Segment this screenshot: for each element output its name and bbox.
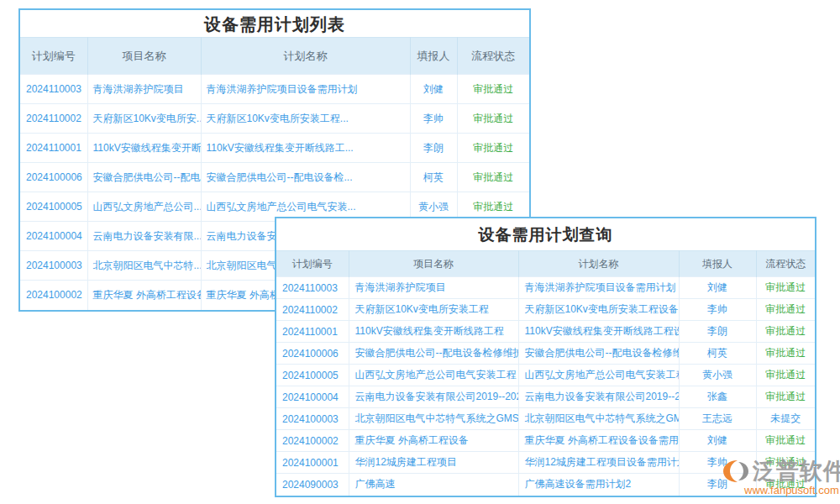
cell-plan-id[interactable]: 2024100001 [276, 452, 349, 474]
table-row[interactable]: 2024110001110kV安徽线程集变开断...110kV安徽线程集变开断线… [20, 134, 529, 163]
cell-plan-id[interactable]: 2024100005 [276, 365, 349, 386]
watermark-url: www.fanpusoft.com [721, 484, 840, 496]
cell-plan-id[interactable]: 2024110001 [20, 134, 87, 163]
table-row[interactable]: 2024110002天府新区10Kv变电所安...天府新区10Kv变电所安装工程… [20, 104, 529, 134]
cell-plan-name[interactable]: 安徽合肥供电公司--配电设备检... [201, 163, 410, 192]
cell-plan-id[interactable]: 2024090003 [276, 474, 349, 496]
cell-plan-id[interactable]: 2024110003 [276, 277, 349, 299]
cell-plan-id[interactable]: 2024100003 [20, 251, 87, 281]
table-row[interactable]: 2024100005山西弘文房地产总公司电气安装工程山西弘文房地产总公司电气安装… [276, 365, 815, 386]
page: 设备需用计划列表 计划编号项目名称计划名称填报人流程状态2024110003青海… [0, 0, 840, 504]
cell-project-name[interactable]: 安徽合肥供电公司--配电设备检修维护 [349, 343, 518, 365]
cell-status[interactable]: 审批通过 [756, 430, 815, 452]
cell-project-name[interactable]: 天府新区10Kv变电所安... [87, 104, 201, 134]
cell-status[interactable]: 审批通过 [756, 343, 815, 365]
cell-plan-id[interactable]: 2024100006 [20, 163, 87, 192]
column-header-3: 填报人 [410, 38, 457, 75]
table-row[interactable]: 2024110003青海洪湖养护院项目青海洪湖养护院项目设备需用计划刘健审批通过 [276, 277, 815, 299]
cell-project-name[interactable]: 重庆华夏 外高桥工程设备 [349, 430, 518, 452]
cell-plan-id[interactable]: 2024110003 [20, 75, 87, 104]
cell-plan-name[interactable]: 广佛高速设备需用计划2 [518, 474, 679, 496]
column-header-4: 流程状态 [756, 251, 815, 277]
cell-project-name[interactable]: 华润12城房建工程项目 [349, 452, 518, 474]
cell-status[interactable]: 审批通过 [756, 277, 815, 299]
cell-project-name[interactable]: 北京朝阳区电气中芯特... [87, 251, 201, 281]
watermark-brand: 泛普软件 [753, 456, 840, 486]
cell-plan-id[interactable]: 2024100002 [20, 281, 87, 310]
cell-plan-name[interactable]: 青海洪湖养护院项目设备需用计划 [201, 75, 410, 104]
cell-reporter: 黄小强 [679, 365, 756, 386]
cell-project-name[interactable]: 云南电力设备安装有限... [87, 222, 201, 251]
cell-project-name[interactable]: 110kV安徽线程集变开断... [87, 134, 201, 163]
cell-reporter: 刘健 [679, 430, 756, 452]
table-row[interactable]: 2024100003北京朝阳区电气中芯特气系统之GMS北京朝阳区电气中芯特气系统… [276, 408, 815, 430]
cell-plan-name[interactable]: 天府新区10Kv变电所安装工程... [201, 104, 410, 134]
header-row: 计划编号项目名称计划名称填报人流程状态 [276, 251, 815, 277]
cell-project-name[interactable]: 天府新区10Kv变电所安装工程 [349, 299, 518, 321]
column-header-1: 项目名称 [87, 38, 201, 75]
plan-query-window: 设备需用计划查询 计划编号项目名称计划名称填报人流程状态2024110003青海… [275, 217, 816, 497]
cell-status[interactable]: 审批通过 [756, 365, 815, 386]
cell-plan-id[interactable]: 2024100003 [276, 408, 349, 430]
cell-project-name[interactable]: 青海洪湖养护院项目 [349, 277, 518, 299]
cell-plan-id[interactable]: 2024110001 [276, 321, 349, 343]
cell-reporter: 李朗 [679, 321, 756, 343]
cell-plan-name[interactable]: 华润12城房建工程项目设备需用计划2 [518, 452, 679, 474]
watermark: 泛普软件 www.fanpusoft.com [721, 456, 840, 496]
cell-plan-name[interactable]: 重庆华夏 外高桥工程设备设备需用计划 [518, 430, 679, 452]
cell-plan-name[interactable]: 天府新区10Kv变电所安装工程设备需用计划 [518, 299, 679, 321]
cell-plan-name[interactable]: 北京朝阳区电气中芯特气系统之GMS设备需用计划 [518, 408, 679, 430]
table-row[interactable]: 2024110001110kV安徽线程集变开断线路工程110kV安徽线程集变开断… [276, 321, 815, 343]
cell-status[interactable]: 审批通过 [457, 134, 529, 163]
cell-project-name[interactable]: 安徽合肥供电公司--配电... [87, 163, 201, 192]
cell-reporter: 李帅 [410, 104, 457, 134]
cell-plan-id[interactable]: 2024100005 [20, 192, 87, 222]
fanpu-logo-icon [721, 459, 751, 484]
column-header-4: 流程状态 [457, 38, 529, 75]
column-header-2: 计划名称 [518, 251, 679, 277]
cell-status[interactable]: 审批通过 [756, 299, 815, 321]
cell-reporter: 李朗 [410, 134, 457, 163]
cell-status[interactable]: 审批通过 [457, 104, 529, 134]
cell-plan-name[interactable]: 110kV安徽线程集变开断线路工程设备需用计划 [518, 321, 679, 343]
cell-reporter: 柯英 [410, 163, 457, 192]
cell-plan-id[interactable]: 2024100006 [276, 343, 349, 365]
cell-project-name[interactable]: 山西弘文房地产总公司电气安装工程 [349, 365, 518, 386]
table-row[interactable]: 2024110002天府新区10Kv变电所安装工程天府新区10Kv变电所安装工程… [276, 299, 815, 321]
table-row[interactable]: 2024100002重庆华夏 外高桥工程设备重庆华夏 外高桥工程设备设备需用计划… [276, 430, 815, 452]
cell-plan-id[interactable]: 2024100002 [276, 430, 349, 452]
table-row[interactable]: 2024100006安徽合肥供电公司--配电...安徽合肥供电公司--配电设备检… [20, 163, 529, 192]
cell-plan-name[interactable]: 山西弘文房地产总公司电气安装工程设备需用计划 [518, 365, 679, 386]
cell-project-name[interactable]: 北京朝阳区电气中芯特气系统之GMS [349, 408, 518, 430]
cell-status[interactable]: 审批通过 [457, 75, 529, 104]
cell-plan-id[interactable]: 2024110002 [20, 104, 87, 134]
cell-plan-name[interactable]: 110kV安徽线程集变开断线路工... [201, 134, 410, 163]
cell-project-name[interactable]: 云南电力设备安装有限公司2019--2024 [349, 386, 518, 408]
cell-plan-id[interactable]: 2024100004 [20, 222, 87, 251]
cell-plan-name[interactable]: 安徽合肥供电公司--配电设备检修维护设备需用计划 [518, 343, 679, 365]
cell-plan-id[interactable]: 2024100004 [276, 386, 349, 408]
table-row[interactable]: 2024100006安徽合肥供电公司--配电设备检修维护安徽合肥供电公司--配电… [276, 343, 815, 365]
cell-plan-name[interactable]: 云南电力设备安装有限公司2019--2024设备需用计划 [518, 386, 679, 408]
cell-status[interactable]: 审批通过 [756, 321, 815, 343]
header-row: 计划编号项目名称计划名称填报人流程状态 [20, 38, 529, 75]
cell-plan-name[interactable]: 青海洪湖养护院项目设备需用计划 [518, 277, 679, 299]
table-row[interactable]: 2024100004云南电力设备安装有限公司2019--2024云南电力设备安装… [276, 386, 815, 408]
cell-project-name[interactable]: 110kV安徽线程集变开断线路工程 [349, 321, 518, 343]
cell-status[interactable]: 审批通过 [756, 386, 815, 408]
cell-status[interactable]: 审批通过 [457, 163, 529, 192]
cell-reporter: 李帅 [679, 299, 756, 321]
column-header-0: 计划编号 [20, 38, 87, 75]
plan-list-title: 设备需用计划列表 [20, 10, 529, 37]
cell-project-name[interactable]: 重庆华夏 外高桥工程设备 [87, 281, 201, 310]
cell-plan-id[interactable]: 2024110002 [276, 299, 349, 321]
cell-status[interactable]: 未提交 [756, 408, 815, 430]
plan-query-title: 设备需用计划查询 [276, 218, 815, 250]
cell-reporter: 刘健 [679, 277, 756, 299]
column-header-3: 填报人 [679, 251, 756, 277]
cell-project-name[interactable]: 青海洪湖养护院项目 [87, 75, 201, 104]
cell-project-name[interactable]: 广佛高速 [349, 474, 518, 496]
table-row[interactable]: 2024110003青海洪湖养护院项目青海洪湖养护院项目设备需用计划刘健审批通过 [20, 75, 529, 104]
cell-reporter: 刘健 [410, 75, 457, 104]
cell-project-name[interactable]: 山西弘文房地产总公司... [87, 192, 201, 222]
